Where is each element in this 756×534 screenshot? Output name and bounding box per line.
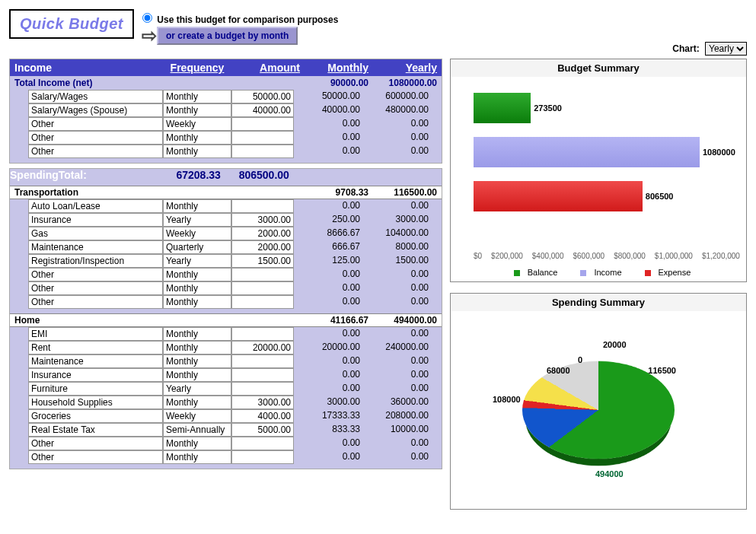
group-sub-yearly: 494000.00 (368, 315, 437, 326)
row-label[interactable]: Furniture (28, 382, 163, 396)
row-label[interactable]: Other (28, 117, 163, 131)
row-frequency[interactable]: Monthly (163, 327, 231, 341)
row-label[interactable]: Registration/Inspection (28, 254, 163, 268)
row-label[interactable]: Other (28, 450, 163, 464)
row-amount[interactable]: 4000.00 (231, 409, 294, 423)
comparison-radio[interactable] (142, 13, 152, 23)
row-frequency[interactable]: Monthly (163, 145, 231, 158)
bar-value-label: 806500 (646, 192, 674, 201)
row-amount[interactable] (231, 354, 294, 368)
axis-tick: $800,000 (614, 252, 646, 260)
row-frequency[interactable]: Monthly (163, 90, 231, 103)
row-amount[interactable]: 50000.00 (231, 90, 294, 103)
row-amount[interactable]: 3000.00 (231, 213, 294, 227)
row-frequency[interactable]: Monthly (163, 354, 231, 368)
row-yearly: 240000.00 (362, 341, 431, 354)
row-label[interactable]: Rent (28, 341, 163, 354)
table-row: Salary/Wages (Spouse)Monthly40000.004000… (10, 103, 442, 117)
row-amount[interactable] (231, 117, 294, 131)
row-frequency[interactable]: Monthly (163, 131, 231, 145)
row-amount[interactable]: 5000.00 (231, 423, 294, 437)
row-frequency[interactable]: Weekly (163, 227, 231, 240)
create-budget-by-month-button[interactable]: or create a budget by month (157, 27, 298, 45)
row-amount[interactable] (231, 131, 294, 145)
row-label[interactable]: Other (28, 145, 163, 158)
row-label[interactable]: Groceries (28, 409, 163, 423)
row-yearly: 1500.00 (362, 254, 431, 268)
row-monthly: 0.00 (294, 354, 362, 368)
row-monthly: 125.00 (294, 254, 362, 268)
spending-summary-title: Spending Summary (451, 294, 746, 311)
row-label[interactable]: Household Supplies (28, 396, 163, 409)
row-amount[interactable] (231, 268, 294, 281)
row-label[interactable]: EMI (28, 327, 163, 341)
row-label[interactable]: Auto Loan/Lease (28, 199, 163, 213)
row-yearly: 3000.00 (362, 213, 431, 227)
row-frequency[interactable]: Monthly (163, 103, 231, 117)
table-row: MaintenanceQuarterly2000.00666.678000.00 (10, 240, 442, 254)
row-amount[interactable] (231, 327, 294, 341)
row-frequency[interactable]: Yearly (163, 382, 231, 396)
row-amount[interactable] (231, 199, 294, 213)
income-title: Income (14, 62, 163, 74)
row-frequency[interactable]: Monthly (163, 281, 231, 295)
row-label[interactable]: Other (28, 295, 163, 309)
row-amount[interactable] (231, 281, 294, 295)
row-label[interactable]: Insurance (28, 368, 163, 382)
row-frequency[interactable]: Yearly (163, 254, 231, 268)
row-frequency[interactable]: Monthly (163, 199, 231, 213)
row-monthly: 0.00 (294, 281, 362, 295)
row-amount[interactable]: 2000.00 (231, 227, 294, 240)
row-frequency[interactable]: Semi-Annually (163, 423, 231, 437)
row-label[interactable]: Maintenance (28, 240, 163, 254)
row-amount[interactable]: 2000.00 (231, 240, 294, 254)
row-label[interactable]: Real Estate Tax (28, 423, 163, 437)
row-monthly: 0.00 (294, 327, 362, 341)
legend-item: Income (573, 268, 621, 277)
row-amount[interactable] (231, 450, 294, 464)
row-amount[interactable]: 20000.00 (231, 341, 294, 354)
bar-value-label: 273500 (534, 103, 562, 113)
row-frequency[interactable]: Weekly (163, 409, 231, 423)
legend-item: Expense (637, 268, 691, 277)
row-frequency[interactable]: Yearly (163, 213, 231, 227)
row-amount[interactable]: 40000.00 (231, 103, 294, 117)
row-frequency[interactable]: Monthly (163, 295, 231, 309)
row-label[interactable]: Salary/Wages (Spouse) (28, 103, 163, 117)
row-amount[interactable]: 1500.00 (231, 254, 294, 268)
row-yearly: 0.00 (362, 450, 431, 464)
legend-item: Balance (506, 268, 558, 277)
row-label[interactable]: Insurance (28, 213, 163, 227)
row-label[interactable]: Other (28, 131, 163, 145)
row-frequency[interactable]: Monthly (163, 268, 231, 281)
comparison-radio-label: Use this budget for comparison purposes (157, 14, 338, 25)
row-frequency[interactable]: Monthly (163, 450, 231, 464)
row-label[interactable]: Other (28, 281, 163, 295)
row-amount[interactable] (231, 437, 294, 450)
row-monthly: 0.00 (294, 450, 362, 464)
row-amount[interactable] (231, 145, 294, 158)
row-frequency[interactable]: Quarterly (163, 240, 231, 254)
row-yearly: 0.00 (362, 368, 431, 382)
row-yearly: 0.00 (362, 268, 431, 281)
row-frequency[interactable]: Monthly (163, 437, 231, 450)
row-amount[interactable] (231, 368, 294, 382)
row-amount[interactable]: 3000.00 (231, 396, 294, 409)
row-frequency[interactable]: Monthly (163, 396, 231, 409)
row-label[interactable]: Other (28, 437, 163, 450)
row-frequency[interactable]: Weekly (163, 117, 231, 131)
spending-title: Spending (10, 169, 59, 181)
row-amount[interactable] (231, 295, 294, 309)
row-label[interactable]: Gas (28, 227, 163, 240)
axis-tick: $1,200,000 (702, 252, 740, 260)
row-label[interactable]: Other (28, 268, 163, 281)
row-label[interactable]: Salary/Wages (28, 90, 163, 103)
row-label[interactable]: Maintenance (28, 354, 163, 368)
chart-select[interactable]: Yearly (705, 42, 747, 56)
pie-label: 494000 (595, 469, 624, 478)
row-amount[interactable] (231, 382, 294, 396)
row-frequency[interactable]: Monthly (163, 341, 231, 354)
table-row: OtherMonthly0.000.00 (10, 437, 442, 450)
row-frequency[interactable]: Monthly (163, 368, 231, 382)
table-row: OtherMonthly0.000.00 (10, 268, 442, 281)
